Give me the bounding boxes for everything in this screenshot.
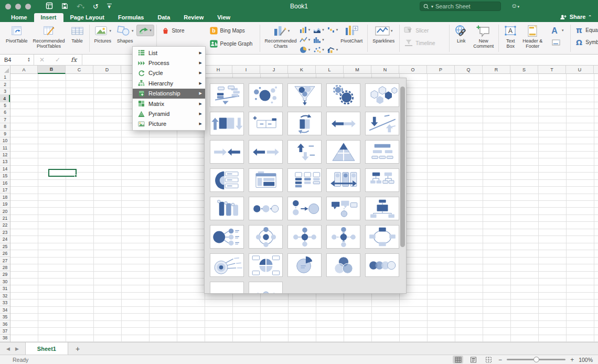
row-header-38[interactable]: 38 [0, 335, 10, 341]
column-header-l[interactable]: L [316, 66, 344, 74]
new-workbook-icon[interactable] [46, 2, 53, 10]
gallery-tile-radial-list[interactable] [210, 225, 244, 249]
smartart-menu-item-matrix[interactable]: Matrix▶ [133, 99, 205, 109]
tab-view[interactable]: View [210, 13, 237, 22]
gallery-tile-target-lines[interactable] [210, 253, 244, 277]
column-header-u[interactable]: U [566, 66, 594, 74]
gallery-tile-pie[interactable] [287, 253, 322, 277]
tab-review[interactable]: Review [177, 13, 210, 22]
column-header-a[interactable]: A [10, 66, 38, 74]
gallery-tile-stacked-venn[interactable] [210, 282, 244, 294]
column-header-d[interactable]: D [93, 66, 121, 74]
row-header-8[interactable]: 8 [0, 123, 10, 130]
zoom-in-button[interactable]: + [570, 356, 574, 363]
prev-sheet-icon[interactable]: ◀ [6, 346, 10, 351]
column-header-q[interactable]: Q [455, 66, 483, 74]
gallery-scrollbar-thumb[interactable] [400, 87, 405, 247]
header-footer-button[interactable]: Header & Footer [520, 24, 545, 50]
scatter-chart-button[interactable]: ▾ [313, 45, 324, 55]
store-button[interactable]: Store [159, 25, 207, 36]
minimize-window-button[interactable] [15, 4, 21, 9]
page-layout-view-button[interactable] [468, 356, 478, 363]
row-header-29[interactable]: 29 [0, 271, 10, 278]
smartart-menu-item-list[interactable]: List▶ [133, 48, 205, 58]
gallery-tile-quadrant-pie[interactable] [249, 253, 283, 277]
gallery-tile-segmented-pyramid[interactable] [326, 140, 360, 164]
gallery-tile-circle-cluster[interactable] [249, 83, 283, 107]
page-break-view-button[interactable] [483, 356, 494, 363]
gallery-tile-radial-arrows[interactable] [326, 225, 360, 249]
column-header-c[interactable]: C [66, 66, 93, 74]
gallery-tile-venn[interactable] [326, 253, 360, 277]
smartart-menu-item-picture[interactable]: Picture▶ [133, 119, 205, 129]
column-header-o[interactable]: O [399, 66, 427, 74]
fill-handle[interactable] [74, 175, 77, 177]
pie-chart-button[interactable]: ▾ [300, 45, 311, 55]
close-window-button[interactable] [5, 4, 11, 9]
collapse-ribbon-icon[interactable]: ⌃ [588, 15, 592, 19]
column-header-b[interactable]: B [38, 66, 66, 74]
column-header-r[interactable]: R [483, 66, 510, 74]
row-header-18[interactable]: 18 [0, 194, 10, 200]
gallery-tile-grouped-panels[interactable] [249, 168, 283, 192]
row-header-9[interactable]: 9 [0, 131, 10, 137]
row-header-1[interactable]: 1 [0, 74, 10, 81]
gallery-tile-linear-venn[interactable] [365, 253, 399, 277]
gallery-tile-column-arrow[interactable] [326, 168, 360, 192]
waterfall-chart-button[interactable]: ▾ [327, 25, 338, 35]
row-header-5[interactable]: 5 [0, 102, 10, 109]
row-header-31[interactable]: 31 [0, 285, 10, 292]
search-input[interactable]: ▾ Search Sheet [420, 2, 501, 11]
column-header-p[interactable]: P [427, 66, 455, 74]
row-header-37[interactable]: 37 [0, 328, 10, 335]
gallery-tile-column-stack[interactable] [287, 168, 322, 192]
row-header-33[interactable]: 33 [0, 299, 10, 306]
recommended-pivottables-button[interactable]: Recommended PivotTables [30, 24, 68, 50]
gallery-tile-plus-minus[interactable] [249, 112, 283, 135]
gallery-tile-opposing-ideas[interactable] [210, 112, 244, 135]
zoom-out-button[interactable]: − [498, 356, 502, 363]
row-header-10[interactable]: 10 [0, 137, 10, 144]
column-header-n[interactable]: N [371, 66, 399, 74]
gallery-tile-table-list[interactable] [365, 140, 399, 164]
row-header-35[interactable]: 35 [0, 314, 10, 320]
column-header-k[interactable]: K [288, 66, 316, 74]
tab-page-layout[interactable]: Page Layout [63, 13, 111, 22]
row-header-4[interactable]: 4 [0, 95, 10, 102]
equation-button[interactable]: π Equation ▾ [573, 25, 598, 35]
gallery-tile-circle-arrow[interactable] [287, 197, 322, 220]
pivotchart-button[interactable]: PivotChart [338, 24, 365, 44]
row-header-25[interactable]: 25 [0, 243, 10, 250]
tab-home[interactable]: Home [4, 13, 34, 22]
row-header-13[interactable]: 13 [0, 158, 10, 165]
pivottable-button[interactable]: PivotTable [3, 24, 30, 44]
gallery-tile-cylinders[interactable] [210, 197, 244, 220]
signature-line-button[interactable] [550, 38, 563, 47]
zoom-window-button[interactable] [25, 4, 31, 9]
wordart-button[interactable]: A ▾ [548, 25, 566, 36]
selected-cell[interactable] [48, 169, 77, 176]
zoom-slider-thumb[interactable] [533, 357, 539, 362]
column-header-t[interactable]: T [538, 66, 566, 74]
shapes-button[interactable]: ▾ Shapes [114, 24, 136, 44]
area-chart-button[interactable]: ▾ [313, 25, 324, 35]
gallery-tile-callouts[interactable] [326, 197, 360, 220]
smartart-menu-item-cycle[interactable]: Cycle▶ [133, 68, 205, 78]
row-header-34[interactable]: 34 [0, 306, 10, 313]
row-header-22[interactable]: 22 [0, 222, 10, 229]
row-header-21[interactable]: 21 [0, 215, 10, 222]
row-header-3[interactable]: 3 [0, 88, 10, 95]
link-button[interactable]: Link [452, 24, 471, 44]
column-header-s[interactable]: S [510, 66, 538, 74]
undo-icon[interactable]: ↶▾ [77, 3, 84, 10]
row-header-14[interactable]: 14 [0, 166, 10, 173]
gallery-tile-big-org[interactable] [365, 197, 399, 220]
tab-data[interactable]: Data [151, 13, 177, 22]
gallery-tile-radial-ring[interactable] [249, 225, 283, 249]
row-header-28[interactable]: 28 [0, 264, 10, 271]
column-chart-button[interactable]: ▾ [300, 25, 311, 35]
sheet-tab-sheet1[interactable]: Sheet1 [25, 342, 68, 355]
row-header-16[interactable]: 16 [0, 180, 10, 187]
select-all-corner[interactable] [0, 66, 10, 74]
share-button[interactable]: Share ⌃ [560, 14, 592, 20]
